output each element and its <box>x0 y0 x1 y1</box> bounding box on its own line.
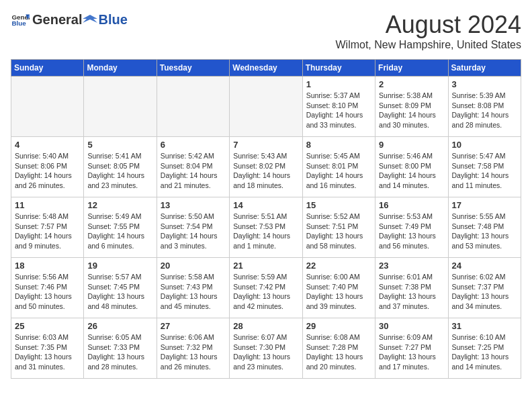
day-info: Sunrise: 5:55 AMSunset: 7:48 PMDaylight:… <box>452 212 517 251</box>
day-number: 7 <box>233 140 298 150</box>
day-number: 21 <box>233 261 298 271</box>
day-info: Sunrise: 5:45 AMSunset: 8:01 PMDaylight:… <box>306 151 371 191</box>
day-number: 9 <box>379 140 444 150</box>
day-info: Sunrise: 6:01 AMSunset: 7:38 PMDaylight:… <box>379 272 444 312</box>
day-info: Sunrise: 5:47 AMSunset: 7:58 PMDaylight:… <box>452 151 517 191</box>
calendar-cell-28: 28Sunrise: 6:07 AMSunset: 7:30 PMDayligh… <box>230 318 302 379</box>
calendar-cell-empty-1 <box>84 77 157 137</box>
day-info: Sunrise: 6:07 AMSunset: 7:30 PMDaylight:… <box>233 332 298 372</box>
day-info: Sunrise: 5:59 AMSunset: 7:42 PMDaylight:… <box>233 272 298 312</box>
calendar-cell-5: 5Sunrise: 5:41 AMSunset: 8:05 PMDaylight… <box>84 137 157 197</box>
calendar-cell-3: 3Sunrise: 5:39 AMSunset: 8:08 PMDaylight… <box>448 77 521 137</box>
calendar-cell-24: 24Sunrise: 6:02 AMSunset: 7:37 PMDayligh… <box>448 258 521 318</box>
calendar-cell-9: 9Sunrise: 5:46 AMSunset: 8:00 PMDaylight… <box>375 137 448 197</box>
day-number: 1 <box>306 79 371 89</box>
calendar-cell-16: 16Sunrise: 5:53 AMSunset: 7:49 PMDayligh… <box>375 197 448 258</box>
day-info: Sunrise: 5:53 AMSunset: 7:49 PMDaylight:… <box>379 212 444 251</box>
calendar-cell-23: 23Sunrise: 6:01 AMSunset: 7:38 PMDayligh… <box>375 258 448 318</box>
day-info: Sunrise: 5:58 AMSunset: 7:43 PMDaylight:… <box>161 272 226 312</box>
day-number: 22 <box>306 261 371 271</box>
calendar-cell-31: 31Sunrise: 6:10 AMSunset: 7:25 PMDayligh… <box>448 318 521 379</box>
day-number: 29 <box>306 321 371 331</box>
day-number: 26 <box>87 321 152 331</box>
month-title: August 2024 <box>335 11 521 39</box>
day-info: Sunrise: 6:05 AMSunset: 7:33 PMDaylight:… <box>87 332 152 372</box>
day-info: Sunrise: 6:06 AMSunset: 7:32 PMDaylight:… <box>161 332 226 372</box>
day-info: Sunrise: 5:40 AMSunset: 8:06 PMDaylight:… <box>15 151 80 191</box>
day-info: Sunrise: 6:08 AMSunset: 7:28 PMDaylight:… <box>306 332 371 372</box>
day-number: 11 <box>15 200 80 210</box>
calendar-cell-10: 10Sunrise: 5:47 AMSunset: 7:58 PMDayligh… <box>448 137 521 197</box>
calendar-cell-13: 13Sunrise: 5:50 AMSunset: 7:54 PMDayligh… <box>157 197 229 258</box>
logo-text: GeneralBlue <box>32 12 128 29</box>
day-header-thursday: Thursday <box>302 60 375 77</box>
day-number: 31 <box>452 321 517 331</box>
day-number: 12 <box>87 200 152 210</box>
day-number: 13 <box>161 200 226 210</box>
day-header-tuesday: Tuesday <box>157 60 229 77</box>
day-number: 24 <box>452 261 517 271</box>
calendar-cell-empty-3 <box>230 77 302 137</box>
day-info: Sunrise: 5:43 AMSunset: 8:02 PMDaylight:… <box>233 151 298 191</box>
day-info: Sunrise: 6:02 AMSunset: 7:37 PMDaylight:… <box>452 272 517 312</box>
day-info: Sunrise: 5:37 AMSunset: 8:10 PMDaylight:… <box>306 91 371 130</box>
day-number: 16 <box>379 200 444 210</box>
day-number: 15 <box>306 200 371 210</box>
week-row-3: 11Sunrise: 5:48 AMSunset: 7:57 PMDayligh… <box>11 197 521 258</box>
week-row-4: 18Sunrise: 5:56 AMSunset: 7:46 PMDayligh… <box>11 258 521 318</box>
calendar-cell-8: 8Sunrise: 5:45 AMSunset: 8:01 PMDaylight… <box>302 137 375 197</box>
calendar-cell-14: 14Sunrise: 5:51 AMSunset: 7:53 PMDayligh… <box>230 197 302 258</box>
calendar-table: SundayMondayTuesdayWednesdayThursdayFrid… <box>11 59 521 379</box>
calendar-cell-empty-2 <box>157 77 229 137</box>
svg-marker-4 <box>83 15 97 23</box>
day-number: 5 <box>87 140 152 150</box>
calendar-cell-empty-0 <box>11 77 84 137</box>
day-number: 30 <box>379 321 444 331</box>
day-number: 14 <box>233 200 298 210</box>
logo-icon: General Blue <box>11 11 30 30</box>
day-info: Sunrise: 5:39 AMSunset: 8:08 PMDaylight:… <box>452 91 517 130</box>
title-area: August 2024 Wilmot, New Hampshire, Unite… <box>335 11 521 51</box>
calendar-cell-7: 7Sunrise: 5:43 AMSunset: 8:02 PMDaylight… <box>230 137 302 197</box>
day-info: Sunrise: 6:00 AMSunset: 7:40 PMDaylight:… <box>306 272 371 312</box>
day-info: Sunrise: 5:52 AMSunset: 7:51 PMDaylight:… <box>306 212 371 251</box>
calendar-cell-1: 1Sunrise: 5:37 AMSunset: 8:10 PMDaylight… <box>302 77 375 137</box>
day-header-saturday: Saturday <box>448 60 521 77</box>
day-number: 27 <box>161 321 226 331</box>
day-number: 25 <box>15 321 80 331</box>
week-row-2: 4Sunrise: 5:40 AMSunset: 8:06 PMDaylight… <box>11 137 521 197</box>
day-info: Sunrise: 5:49 AMSunset: 7:55 PMDaylight:… <box>87 212 152 251</box>
calendar-cell-17: 17Sunrise: 5:55 AMSunset: 7:48 PMDayligh… <box>448 197 521 258</box>
day-number: 4 <box>15 140 80 150</box>
calendar-cell-30: 30Sunrise: 6:09 AMSunset: 7:27 PMDayligh… <box>375 318 448 379</box>
day-info: Sunrise: 5:46 AMSunset: 8:00 PMDaylight:… <box>379 151 444 191</box>
calendar-cell-6: 6Sunrise: 5:42 AMSunset: 8:04 PMDaylight… <box>157 137 229 197</box>
day-number: 2 <box>379 79 444 89</box>
day-number: 19 <box>87 261 152 271</box>
calendar-cell-27: 27Sunrise: 6:06 AMSunset: 7:32 PMDayligh… <box>157 318 229 379</box>
day-info: Sunrise: 5:48 AMSunset: 7:57 PMDaylight:… <box>15 212 80 251</box>
calendar-cell-20: 20Sunrise: 5:58 AMSunset: 7:43 PMDayligh… <box>157 258 229 318</box>
day-number: 17 <box>452 200 517 210</box>
week-row-5: 25Sunrise: 6:03 AMSunset: 7:35 PMDayligh… <box>11 318 521 379</box>
day-info: Sunrise: 5:50 AMSunset: 7:54 PMDaylight:… <box>161 212 226 251</box>
day-number: 18 <box>15 261 80 271</box>
calendar-cell-11: 11Sunrise: 5:48 AMSunset: 7:57 PMDayligh… <box>11 197 84 258</box>
day-info: Sunrise: 5:42 AMSunset: 8:04 PMDaylight:… <box>161 151 226 191</box>
calendar-cell-21: 21Sunrise: 5:59 AMSunset: 7:42 PMDayligh… <box>230 258 302 318</box>
calendar-cell-12: 12Sunrise: 5:49 AMSunset: 7:55 PMDayligh… <box>84 197 157 258</box>
calendar-cell-15: 15Sunrise: 5:52 AMSunset: 7:51 PMDayligh… <box>302 197 375 258</box>
calendar-cell-26: 26Sunrise: 6:05 AMSunset: 7:33 PMDayligh… <box>84 318 157 379</box>
calendar-cell-18: 18Sunrise: 5:56 AMSunset: 7:46 PMDayligh… <box>11 258 84 318</box>
day-header-wednesday: Wednesday <box>230 60 302 77</box>
svg-text:Blue: Blue <box>11 19 26 27</box>
calendar-cell-25: 25Sunrise: 6:03 AMSunset: 7:35 PMDayligh… <box>11 318 84 379</box>
day-header-monday: Monday <box>84 60 157 77</box>
calendar-cell-4: 4Sunrise: 5:40 AMSunset: 8:06 PMDaylight… <box>11 137 84 197</box>
day-number: 8 <box>306 140 371 150</box>
day-info: Sunrise: 5:57 AMSunset: 7:45 PMDaylight:… <box>87 272 152 312</box>
calendar-cell-29: 29Sunrise: 6:08 AMSunset: 7:28 PMDayligh… <box>302 318 375 379</box>
header-row: SundayMondayTuesdayWednesdayThursdayFrid… <box>11 60 521 77</box>
day-info: Sunrise: 6:03 AMSunset: 7:35 PMDaylight:… <box>15 332 80 372</box>
day-info: Sunrise: 5:38 AMSunset: 8:09 PMDaylight:… <box>379 91 444 130</box>
